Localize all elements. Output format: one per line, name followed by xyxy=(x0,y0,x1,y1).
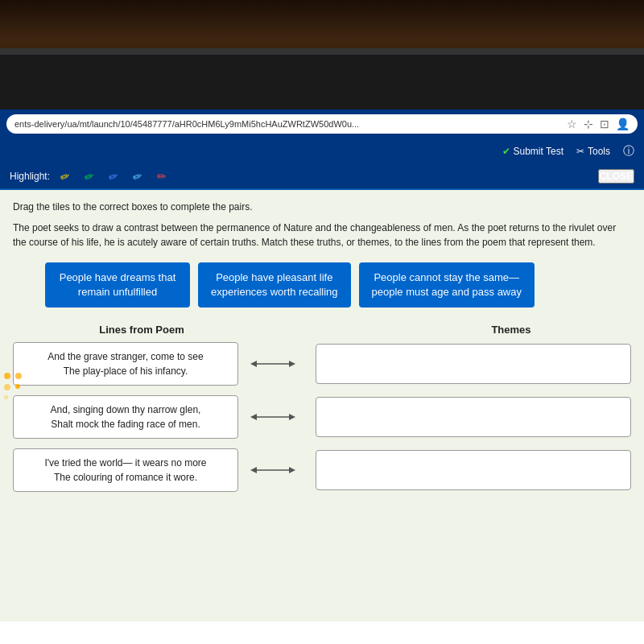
info-icon[interactable]: ⓘ xyxy=(623,144,634,159)
save-icon[interactable]: ⊡ xyxy=(600,118,609,130)
svg-marker-1 xyxy=(289,361,295,367)
lines-header: Lines from Poem xyxy=(13,324,270,336)
matching-container: Lines from Poem Themes And the grave str… xyxy=(13,324,631,492)
tile-unfulfilled-dreams[interactable]: People have dreams that remain unfulfill… xyxy=(45,262,190,308)
bookmark-icon[interactable]: ⊹ xyxy=(584,118,593,130)
svg-marker-8 xyxy=(250,467,257,473)
arrow-icon-3 xyxy=(249,462,297,478)
url-icons: ☆ ⊹ ⊡ 👤 xyxy=(567,118,630,130)
url-bar-row: ents-delivery/ua/mt/launch/10/45487777/a… xyxy=(0,109,644,138)
tiles-container: People have dreams that remain unfulfill… xyxy=(13,262,631,308)
highlight-green-icon[interactable]: ✏ xyxy=(78,165,101,188)
theme-drop-2[interactable] xyxy=(316,397,631,437)
highlight-label: Highlight: xyxy=(10,171,50,182)
arrow-icon-2 xyxy=(249,409,297,425)
highlight-red-icon[interactable]: ✏ xyxy=(153,167,171,185)
tools-icon: ✂ xyxy=(576,146,584,157)
themes-header: Themes xyxy=(391,324,631,336)
highlight-bar: Highlight: ✏ ✏ ✏ ✏ ✏ CLOSE xyxy=(0,164,644,190)
profile-icon[interactable]: 👤 xyxy=(616,118,630,130)
theme-drop-1[interactable] xyxy=(316,344,631,384)
toolbar-bar: ✔ Submit Test ✂ Tools ⓘ xyxy=(0,138,644,164)
tools-button[interactable]: ✂ Tools xyxy=(576,146,610,157)
arrow-icon-1 xyxy=(249,356,297,372)
highlight-lightblue-icon[interactable]: ✏ xyxy=(126,165,149,188)
monitor-bezel: ents-delivery/ua/mt/launch/10/45487777/a… xyxy=(0,48,644,644)
star-icon[interactable]: ☆ xyxy=(567,118,577,130)
arrow-1 xyxy=(245,356,301,372)
svg-marker-5 xyxy=(250,414,257,420)
theme-drop-3[interactable] xyxy=(316,450,631,490)
match-row-1: And the grave stranger, come to see The … xyxy=(13,342,631,386)
submit-test-button[interactable]: ✔ Submit Test xyxy=(502,146,564,157)
description-text: The poet seeks to draw a contrast betwee… xyxy=(13,221,631,250)
arrow-3 xyxy=(245,462,301,478)
tile-pleasant-experiences[interactable]: People have pleasant life experiences wo… xyxy=(198,262,351,308)
highlight-yellow-icon[interactable]: ✏ xyxy=(54,165,76,188)
svg-marker-4 xyxy=(289,414,295,420)
instruction-text: Drag the tiles to the correct boxes to c… xyxy=(13,201,631,213)
highlight-blue-icon[interactable]: ✏ xyxy=(102,165,125,188)
close-button[interactable]: CLOSE xyxy=(598,169,634,184)
content-area: Drag the tiles to the correct boxes to c… xyxy=(0,190,644,621)
svg-marker-2 xyxy=(250,361,257,367)
poem-line-3: I've tried the world— it wears no more T… xyxy=(13,448,238,492)
submit-icon: ✔ xyxy=(502,146,510,157)
poem-line-2: And, singing down thy narrow glen, Shalt… xyxy=(13,395,238,439)
decorative-dots xyxy=(2,370,30,402)
tile-people-pass-away[interactable]: People cannot stay the same— people must… xyxy=(359,262,535,308)
match-row-3: I've tried the world— it wears no more T… xyxy=(13,448,631,492)
poem-line-1: And the grave stranger, come to see The … xyxy=(13,342,238,386)
url-text: ents-delivery/ua/mt/launch/10/45487777/a… xyxy=(14,119,359,129)
match-row-2: And, singing down thy narrow glen, Shalt… xyxy=(13,395,631,439)
browser-window: ents-delivery/ua/mt/launch/10/45487777/a… xyxy=(0,109,644,644)
svg-marker-7 xyxy=(289,467,295,473)
url-bar: ents-delivery/ua/mt/launch/10/45487777/a… xyxy=(6,114,638,134)
matching-headers: Lines from Poem Themes xyxy=(13,324,631,336)
arrow-2 xyxy=(245,409,301,425)
